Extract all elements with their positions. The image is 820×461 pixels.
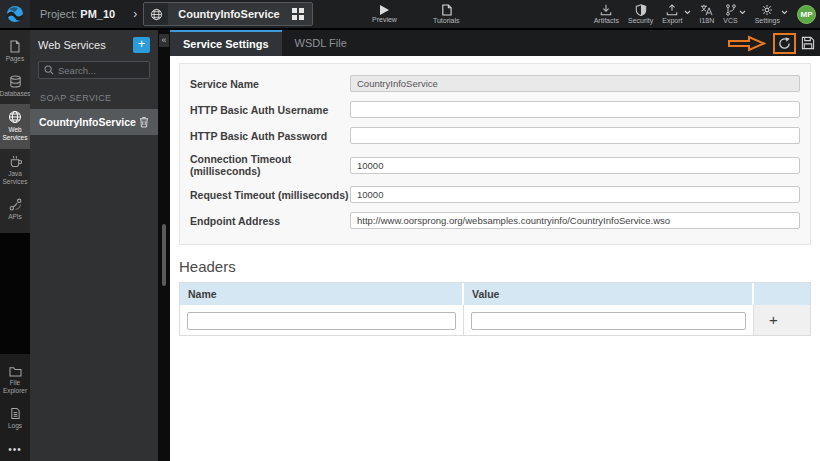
header-value-cell	[464, 305, 754, 336]
breadcrumb-chevron-icon: ›	[133, 7, 137, 21]
web-services-panel: Web Services + SOAP SERVICE CountryInfoS…	[30, 30, 158, 461]
logs-label: Logs	[8, 422, 22, 430]
i18n-button[interactable]: I18N	[700, 4, 715, 24]
java-services-coffee-icon	[9, 155, 22, 168]
vcs-chevron-down-icon[interactable]	[739, 10, 746, 15]
i18n-translate-icon	[700, 4, 713, 16]
tutorials-button[interactable]: Tutorials	[433, 4, 460, 24]
sidebar-item-databases[interactable]: Databases	[0, 69, 30, 104]
security-shield-icon	[635, 4, 647, 16]
web-services-label: Web Services	[0, 126, 30, 142]
http-password-label: HTTP Basic Auth Password	[190, 130, 350, 142]
app-window: Project: PM_10 › CountryInfoService Prev…	[0, 0, 820, 461]
vcs-label: VCS	[723, 17, 737, 24]
service-tabbar: Service Settings WSDL File	[170, 30, 820, 56]
export-label: Export	[662, 17, 682, 24]
http-username-label: HTTP Basic Auth Username	[190, 104, 350, 116]
search-icon	[44, 65, 54, 75]
play-icon	[379, 5, 389, 15]
sidebar-item-file-explorer[interactable]: File Explorer	[0, 360, 30, 401]
tutorials-icon	[441, 4, 452, 16]
artifacts-label: Artifacts	[594, 17, 619, 24]
search-input[interactable]	[58, 65, 144, 76]
panel-title: Web Services	[38, 39, 106, 51]
headers-table-header-row: Name Value	[180, 283, 810, 305]
service-name-label: Service Name	[190, 78, 350, 90]
soap-service-section-label: SOAP SERVICE	[30, 85, 158, 109]
databases-icon	[9, 75, 22, 88]
open-service-tab[interactable]: CountryInfoService	[143, 2, 312, 26]
user-avatar[interactable]: MP	[797, 5, 816, 24]
connection-timeout-label: Connection Timeout (milliseconds)	[190, 153, 350, 177]
header-name-cell	[180, 305, 464, 336]
export-button[interactable]: Export	[662, 4, 682, 24]
java-services-label: Java Services	[0, 170, 30, 186]
request-timeout-label: Request Timeout (milliseconds)	[190, 189, 350, 201]
header-add-cell: +	[754, 305, 810, 336]
web-services-globe-icon	[8, 110, 22, 124]
header-value-input[interactable]	[471, 312, 746, 330]
main-area: Service Settings WSDL File	[170, 30, 820, 461]
collapse-panel-button[interactable]: «	[159, 34, 169, 47]
export-upload-icon	[666, 4, 678, 16]
settings-button[interactable]: Settings	[755, 4, 780, 24]
service-list-item[interactable]: CountryInfoService	[30, 109, 158, 135]
app-logo[interactable]	[0, 0, 30, 28]
artifacts-button[interactable]: Artifacts	[594, 4, 619, 24]
connection-timeout-input[interactable]	[350, 157, 800, 174]
form-row-request-timeout: Request Timeout (milliseconds)	[190, 186, 800, 203]
project-name: PM_10	[80, 8, 115, 20]
apis-icon	[9, 198, 22, 211]
wavemaker-logo-icon	[6, 5, 24, 23]
reload-service-button[interactable]	[773, 33, 796, 54]
sidebar-item-logs[interactable]: Logs	[0, 401, 30, 436]
endpoint-address-input[interactable]	[350, 212, 800, 229]
header-col-name: Name	[180, 283, 464, 305]
databases-label: Databases	[0, 90, 31, 98]
security-button[interactable]: Security	[628, 4, 653, 24]
settings-chevron-down-icon[interactable]	[781, 10, 788, 15]
add-header-button[interactable]: +	[761, 312, 778, 327]
header-name-input[interactable]	[187, 312, 456, 330]
security-label: Security	[628, 17, 653, 24]
sidebar-top-group: Pages Databases Web Services Java Servic…	[0, 30, 30, 233]
tutorials-label: Tutorials	[433, 17, 460, 24]
tab-service-settings[interactable]: Service Settings	[170, 30, 282, 56]
file-explorer-label: File Explorer	[0, 379, 30, 395]
pages-label: Pages	[6, 55, 24, 63]
settings-label: Settings	[755, 17, 780, 24]
preview-button[interactable]: Preview	[372, 5, 397, 23]
sidebar-item-apis[interactable]: APIs	[0, 192, 30, 227]
save-floppy-icon	[801, 36, 815, 50]
panel-scrollbar-thumb[interactable]	[162, 224, 166, 286]
vcs-button[interactable]: VCS	[723, 4, 737, 24]
form-row-endpoint: Endpoint Address	[190, 212, 800, 229]
sidebar-item-web-services[interactable]: Web Services	[0, 104, 30, 148]
form-row-service-name: Service Name	[190, 75, 800, 92]
headers-table-body-row: +	[180, 305, 810, 336]
sidebar-item-java-services[interactable]: Java Services	[0, 149, 30, 192]
grid-switcher-icon[interactable]	[290, 8, 312, 20]
header-col-actions	[754, 283, 810, 305]
panel-divider-strip: «	[158, 30, 170, 461]
tab-wsdl-file[interactable]: WSDL File	[282, 30, 360, 56]
sidebar-more-button[interactable]: •••	[0, 436, 30, 457]
headers-section-title: Headers	[179, 258, 811, 275]
save-service-button[interactable]	[801, 36, 815, 50]
globe-icon	[144, 3, 168, 25]
http-password-input[interactable]	[350, 127, 800, 144]
sidebar-item-pages[interactable]: Pages	[0, 34, 30, 69]
form-row-password: HTTP Basic Auth Password	[190, 127, 800, 144]
topbar-right-group: Artifacts Security Export I18N V	[594, 0, 816, 28]
delete-trash-icon[interactable]	[139, 116, 149, 128]
http-username-input[interactable]	[350, 101, 800, 118]
add-service-button[interactable]: +	[133, 37, 150, 53]
preview-label: Preview	[372, 16, 397, 23]
file-explorer-folder-icon	[9, 366, 22, 377]
export-chevron-down-icon[interactable]	[684, 10, 691, 15]
endpoint-address-label: Endpoint Address	[190, 215, 350, 227]
service-search-box[interactable]	[38, 61, 150, 79]
topbar-center-group: Preview Tutorials	[372, 0, 460, 28]
pages-icon	[9, 40, 21, 53]
request-timeout-input[interactable]	[350, 186, 800, 203]
